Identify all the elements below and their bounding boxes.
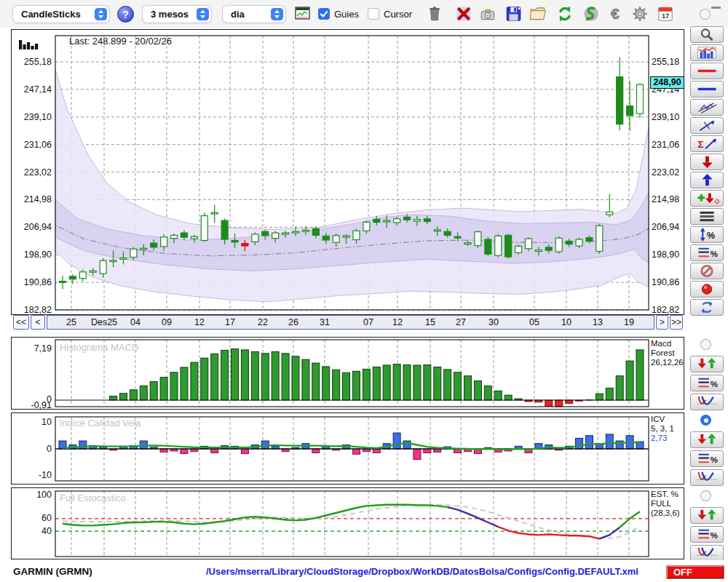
status-bar: GARMIN (GRMN) /Users/mserra/Library/Clou… xyxy=(0,560,728,582)
svg-text:206,94: 206,94 xyxy=(652,222,679,232)
settings-gear-button[interactable] xyxy=(630,4,649,23)
nav-date-label: 25 xyxy=(55,317,87,327)
volume-chart-button[interactable] xyxy=(690,44,724,61)
euro-button[interactable]: € xyxy=(606,4,625,23)
add-arrows-icon xyxy=(691,191,723,206)
macd-lines-percent-button[interactable]: % xyxy=(690,375,724,391)
nav-next-button[interactable]: > xyxy=(656,315,668,330)
macd-panel-radio[interactable] xyxy=(700,339,711,350)
calendar-button[interactable]: 17 xyxy=(656,4,675,23)
nav-date-label: 12 xyxy=(381,317,414,327)
est-curve-button[interactable] xyxy=(690,545,724,562)
stochastic-watermark: Full Estocastico xyxy=(60,493,126,503)
trend-arrow-button[interactable] xyxy=(690,117,724,134)
trading-app-window: CandleSticks ? 3 mesos dia Guies xyxy=(0,0,728,582)
mini-chart-icon[interactable] xyxy=(295,7,314,25)
svg-text:40: 40 xyxy=(41,526,52,536)
nav-date-label: 17 xyxy=(214,317,246,327)
blue-line-button[interactable] xyxy=(690,81,724,97)
svg-text:10: 10 xyxy=(41,417,52,427)
channel-lines-icon xyxy=(691,100,723,115)
icv-updown-button[interactable] xyxy=(690,431,724,448)
list-bars-button[interactable] xyxy=(690,208,724,225)
svg-text:231,06: 231,06 xyxy=(652,140,679,150)
nav-date-label: 07 xyxy=(352,317,384,327)
sync-icon xyxy=(581,4,600,23)
est-updown-button[interactable] xyxy=(690,507,724,524)
curve-icon xyxy=(691,470,723,485)
curve-icon xyxy=(691,546,723,561)
delete-x-icon xyxy=(454,4,473,23)
icv-curve-button[interactable] xyxy=(690,469,724,486)
arrow-down-red-icon xyxy=(691,154,723,170)
chart-type-select[interactable]: CandleSticks xyxy=(13,6,109,23)
help-button[interactable]: ? xyxy=(117,6,134,23)
arrow-down-red-button[interactable] xyxy=(690,154,724,170)
updown-icon xyxy=(691,356,723,372)
vertical-percent-button[interactable]: % xyxy=(690,226,724,243)
red-line-button[interactable] xyxy=(690,63,724,79)
save-floppy-button[interactable] xyxy=(504,4,523,23)
nav-prev-button[interactable]: < xyxy=(31,315,45,330)
lines-percent-button[interactable]: % xyxy=(690,244,724,261)
camera-button[interactable] xyxy=(478,4,497,23)
guies-checkbox[interactable]: Guies xyxy=(318,8,359,20)
trash-button[interactable] xyxy=(425,4,444,23)
save-floppy-icon xyxy=(504,4,523,23)
open-folder-button[interactable] xyxy=(529,4,547,23)
macd-name: Macd xyxy=(651,339,671,348)
euro-icon: € xyxy=(606,4,625,23)
nav-date-label: 09 xyxy=(151,317,183,327)
record-button[interactable] xyxy=(690,281,724,298)
zoom-tool-button[interactable] xyxy=(690,26,724,43)
svg-text:7,19: 7,19 xyxy=(34,343,52,354)
checkbox-checked-icon xyxy=(318,8,330,20)
svg-text:206,94: 206,94 xyxy=(24,222,52,232)
macd-updown-button[interactable] xyxy=(690,356,724,372)
period-select[interactable]: 3 mesos xyxy=(143,6,211,23)
svg-text:60: 60 xyxy=(41,513,52,523)
icv-name: ICV xyxy=(651,415,665,423)
nav-date-label: 30 xyxy=(478,317,510,327)
trash-icon xyxy=(425,4,444,23)
curve-icon xyxy=(691,394,723,410)
svg-text:17: 17 xyxy=(662,12,669,20)
add-arrows-button[interactable] xyxy=(690,190,724,207)
est-lines-percent-button[interactable]: % xyxy=(690,526,724,543)
icv-panel: 100-10 Indice Calidad Vela ICV 5, 3, 1 2… xyxy=(11,412,684,485)
refresh-pair-button[interactable] xyxy=(690,299,724,316)
date-scrollbar[interactable]: 25Des2504091217222631071215273005101319 xyxy=(47,315,654,330)
nav-first-button[interactable]: << xyxy=(13,315,29,330)
svg-text:182,82: 182,82 xyxy=(652,305,679,314)
arrow-up-blue-button[interactable] xyxy=(690,172,724,188)
red-line-icon xyxy=(691,63,723,79)
symbol-label: GARMIN (GRMN) xyxy=(13,566,92,577)
sync-button[interactable] xyxy=(581,4,600,23)
svg-text:231,06: 231,06 xyxy=(24,140,52,150)
svg-text:%: % xyxy=(711,531,718,540)
est-panel-radio[interactable] xyxy=(700,490,711,501)
macd-curve-button[interactable] xyxy=(690,394,724,410)
delete-x-button[interactable] xyxy=(454,4,473,23)
nav-last-button[interactable]: >> xyxy=(670,315,683,330)
checkbox-unchecked-icon xyxy=(368,8,379,20)
price-chart-panel: 255,18255,18247,14247,14239,10239,10231,… xyxy=(11,29,684,315)
off-toggle-button[interactable]: OFF xyxy=(666,565,724,579)
sigma-trend-button[interactable]: Σ xyxy=(690,135,724,152)
channel-lines-button[interactable] xyxy=(690,99,724,116)
icv-panel-radio[interactable] xyxy=(700,415,711,426)
icv-lines-percent-button[interactable]: % xyxy=(690,450,724,467)
price-chart-svg[interactable]: 255,18255,18247,14247,14239,10239,10231,… xyxy=(12,30,684,314)
macd-panel: 7,190-0,91 Histograma MACD Macd Forest 2… xyxy=(11,337,684,410)
svg-text:190,86: 190,86 xyxy=(652,277,679,287)
config-path-link[interactable]: /Users/mserra/Library/CloudStorage/Dropb… xyxy=(186,566,659,577)
nav-date-label: 26 xyxy=(277,317,309,327)
cursor-checkbox[interactable]: Cursor xyxy=(368,8,412,20)
svg-text:182,82: 182,82 xyxy=(24,305,52,314)
list-bars-icon xyxy=(691,209,723,224)
forbidden-button[interactable] xyxy=(690,263,724,279)
interval-select[interactable]: dia xyxy=(223,6,285,23)
refresh-button[interactable] xyxy=(555,4,574,23)
zoom-tool-icon xyxy=(691,27,723,42)
settings-gear-icon xyxy=(630,4,649,23)
